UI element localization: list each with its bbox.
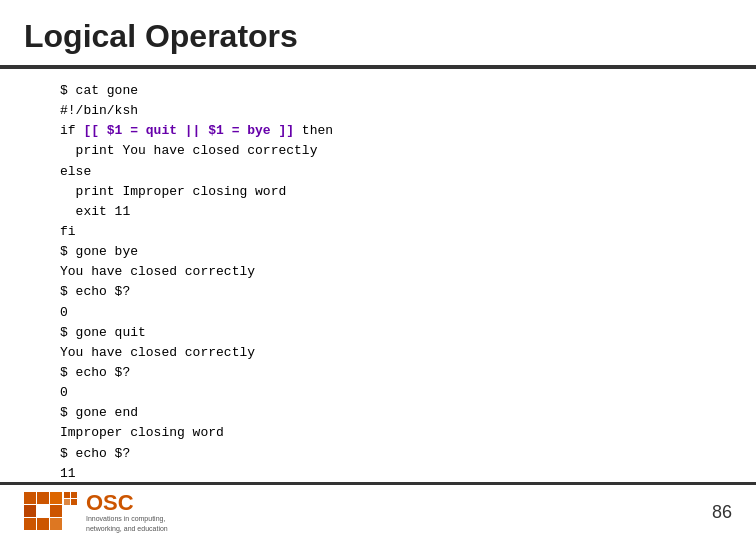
osc-logo-svg: [24, 492, 78, 534]
svg-rect-1: [37, 492, 49, 504]
svg-rect-2: [50, 492, 62, 504]
code-line: $ gone quit: [60, 323, 696, 343]
slide-title: Logical Operators: [0, 0, 756, 67]
osc-name: OSC: [86, 492, 168, 514]
code-line: $ cat gone: [60, 81, 696, 101]
code-highlight: [[ $1 = quit || $1 = bye ]]: [83, 123, 294, 138]
svg-rect-0: [24, 492, 36, 504]
svg-rect-4: [50, 505, 62, 517]
code-line: You have closed correctly: [60, 262, 696, 282]
code-line: print You have closed correctly: [60, 141, 696, 161]
code-line: $ echo $?: [60, 444, 696, 464]
code-line: $ echo $?: [60, 282, 696, 302]
code-line: 0: [60, 303, 696, 323]
code-line: exit 11: [60, 202, 696, 222]
page-number: 86: [712, 502, 732, 523]
svg-rect-3: [24, 505, 36, 517]
svg-rect-8: [64, 492, 70, 498]
svg-rect-5: [24, 518, 36, 530]
osc-tagline: Innovations in computing,networking, and…: [86, 514, 168, 532]
code-line: $ gone bye: [60, 242, 696, 262]
svg-rect-9: [71, 492, 77, 498]
code-line: Improper closing word: [60, 423, 696, 443]
footer-bar: OSC Innovations in computing,networking,…: [0, 482, 756, 540]
code-line: else: [60, 162, 696, 182]
svg-rect-6: [37, 518, 49, 530]
code-block: $ cat gone #!/bin/ksh if [[ $1 = quit ||…: [0, 69, 756, 496]
code-line: fi: [60, 222, 696, 242]
svg-rect-11: [71, 499, 77, 505]
code-line: $ echo $?: [60, 363, 696, 383]
code-line: 11: [60, 464, 696, 484]
code-line: You have closed correctly: [60, 343, 696, 363]
svg-rect-7: [50, 518, 62, 530]
code-line: if [[ $1 = quit || $1 = bye ]] then: [60, 121, 696, 141]
code-line: #!/bin/ksh: [60, 101, 696, 121]
code-line: print Improper closing word: [60, 182, 696, 202]
osc-logo-graphic: [24, 492, 78, 534]
code-line: 0: [60, 383, 696, 403]
osc-logo: OSC Innovations in computing,networking,…: [24, 492, 168, 534]
code-line: $ gone end: [60, 403, 696, 423]
svg-rect-10: [64, 499, 70, 505]
